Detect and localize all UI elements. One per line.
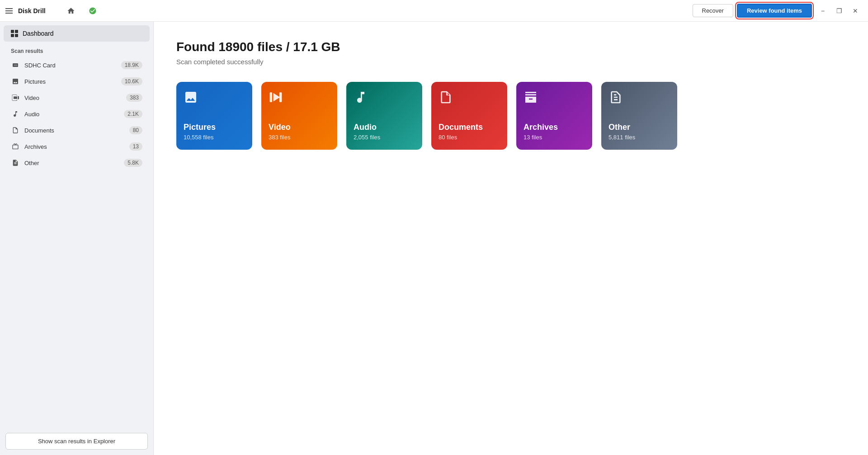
title-bar-right: Recover Review found items − ❐ ✕ bbox=[693, 4, 863, 18]
close-button[interactable]: ✕ bbox=[848, 4, 863, 18]
window-controls: − ❐ ✕ bbox=[816, 4, 863, 18]
sidebar-item-label: Audio bbox=[24, 111, 124, 118]
card-count: 10,558 files bbox=[184, 134, 245, 141]
sidebar-item-video[interactable]: Video 383 bbox=[0, 90, 153, 106]
card-name: Documents bbox=[439, 123, 500, 132]
dashboard-label: Dashboard bbox=[23, 30, 54, 37]
archives-card-icon bbox=[524, 90, 538, 106]
main-layout: Dashboard Scan results SDHC Card 18.9K P… bbox=[0, 22, 868, 455]
sidebar-item-label: Other bbox=[24, 160, 124, 166]
sidebar-item-other[interactable]: Other 5.8K bbox=[0, 155, 153, 171]
card-count: 80 files bbox=[439, 134, 500, 141]
title-bar-center bbox=[46, 4, 693, 18]
category-card-video[interactable]: Video 383 files bbox=[261, 82, 337, 150]
sidebar-item-label: Video bbox=[24, 95, 126, 101]
show-explorer-button[interactable]: Show scan results in Explorer bbox=[5, 433, 148, 450]
card-name: Audio bbox=[354, 123, 415, 132]
archives-icon bbox=[11, 142, 20, 151]
recover-button[interactable]: Recover bbox=[693, 4, 733, 17]
category-card-audio[interactable]: Audio 2,055 files bbox=[346, 82, 422, 150]
hamburger-icon[interactable] bbox=[5, 8, 13, 14]
svg-rect-0 bbox=[270, 92, 272, 102]
sidebar-item-documents[interactable]: Documents 80 bbox=[0, 122, 153, 138]
review-found-items-button[interactable]: Review found items bbox=[737, 4, 812, 18]
category-card-other[interactable]: Other 5,811 files bbox=[601, 82, 677, 150]
svg-rect-1 bbox=[279, 92, 282, 102]
minimize-button[interactable]: − bbox=[816, 4, 830, 18]
sidebar-item-audio[interactable]: Audio 2.1K bbox=[0, 106, 153, 122]
sidebar-item-archives[interactable]: Archives 13 bbox=[0, 138, 153, 155]
sidebar-item-label: Pictures bbox=[24, 78, 121, 85]
title-bar-left: Disk Drill bbox=[5, 7, 46, 14]
audio-card-icon bbox=[354, 90, 368, 106]
other-icon bbox=[11, 158, 20, 167]
check-icon[interactable] bbox=[85, 4, 100, 18]
sidebar-item-pictures[interactable]: Pictures 10.6K bbox=[0, 73, 153, 90]
other-card-icon bbox=[609, 90, 623, 106]
title-bar: Disk Drill Recover Review found items − … bbox=[0, 0, 868, 22]
sidebar-item-count: 10.6K bbox=[121, 77, 142, 85]
card-name: Video bbox=[269, 123, 330, 132]
content-area: Found 18900 files / 17.1 GB Scan complet… bbox=[154, 22, 868, 455]
audio-icon bbox=[11, 109, 20, 118]
documents-icon bbox=[11, 126, 20, 135]
card-name: Pictures bbox=[184, 123, 245, 132]
sidebar-item-count: 383 bbox=[126, 94, 142, 102]
home-icon[interactable] bbox=[64, 4, 78, 18]
video-icon bbox=[11, 93, 20, 102]
sidebar-item-count: 13 bbox=[129, 142, 142, 151]
page-subtitle: Scan completed successfully bbox=[176, 58, 845, 66]
dashboard-button[interactable]: Dashboard bbox=[4, 25, 150, 42]
documents-card-icon bbox=[439, 90, 453, 106]
card-count: 383 files bbox=[269, 134, 330, 141]
sidebar-item-label: Documents bbox=[24, 127, 129, 134]
sidebar-item-count: 2.1K bbox=[124, 110, 142, 118]
card-count: 13 files bbox=[524, 134, 585, 141]
category-cards-grid: Pictures 10,558 files Video 383 files Au… bbox=[176, 82, 845, 150]
maximize-button[interactable]: ❐ bbox=[832, 4, 846, 18]
card-name: Other bbox=[609, 123, 670, 132]
category-card-documents[interactable]: Documents 80 files bbox=[431, 82, 507, 150]
card-count: 2,055 files bbox=[354, 134, 415, 141]
card-count: 5,811 files bbox=[609, 134, 670, 141]
category-card-pictures[interactable]: Pictures 10,558 files bbox=[176, 82, 252, 150]
sidebar-item-label: Archives bbox=[24, 143, 129, 150]
category-card-archives[interactable]: Archives 13 files bbox=[516, 82, 592, 150]
sidebar-item-sdhc-card[interactable]: SDHC Card 18.9K bbox=[0, 57, 153, 73]
sidebar-item-count: 18.9K bbox=[121, 61, 142, 69]
dashboard-icon bbox=[11, 30, 18, 37]
app-title: Disk Drill bbox=[18, 7, 46, 14]
sidebar: Dashboard Scan results SDHC Card 18.9K P… bbox=[0, 22, 154, 455]
video-card-icon bbox=[269, 90, 283, 106]
scan-results-label: Scan results bbox=[0, 45, 153, 57]
sidebar-item-label: SDHC Card bbox=[24, 62, 121, 69]
sidebar-item-count: 80 bbox=[129, 126, 142, 134]
pictures-card-icon bbox=[184, 90, 198, 106]
page-title: Found 18900 files / 17.1 GB bbox=[176, 40, 845, 54]
sidebar-footer: Show scan results in Explorer bbox=[0, 427, 153, 455]
sidebar-item-count: 5.8K bbox=[124, 159, 142, 167]
drive-icon bbox=[11, 61, 20, 70]
card-name: Archives bbox=[524, 123, 585, 132]
pictures-icon bbox=[11, 77, 20, 86]
